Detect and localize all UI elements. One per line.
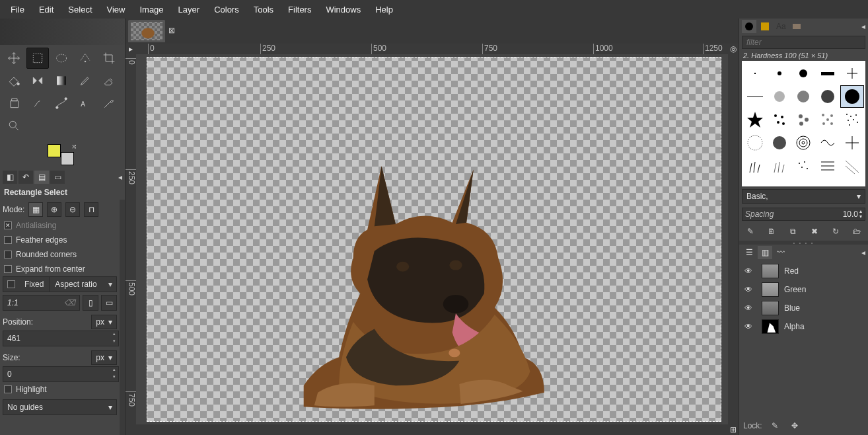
position-unit[interactable]: px▾ [91, 315, 117, 329]
brush-soft-1[interactable] [768, 85, 791, 108]
brush-soft-2[interactable] [792, 85, 816, 108]
brush-line[interactable] [743, 85, 767, 108]
tool-fuzzy-select[interactable] [74, 48, 96, 69]
tool-rect-select[interactable] [26, 48, 49, 69]
tab-images[interactable]: ▭ [50, 171, 65, 184]
menu-tools[interactable]: Tools [247, 2, 280, 17]
brush-soft-med[interactable] [792, 62, 816, 85]
eye-icon[interactable]: 👁 [744, 303, 756, 313]
brush-hatch-2[interactable] [840, 155, 864, 177]
brush-grass-1[interactable] [743, 155, 767, 177]
channel-green[interactable]: 👁 Green [742, 280, 865, 299]
size-w-input[interactable]: ▴▾ [3, 366, 119, 382]
brush-spray[interactable] [840, 108, 864, 131]
brush-cross[interactable] [840, 62, 864, 85]
channel-blue[interactable]: 👁 Blue [742, 299, 865, 317]
menu-select[interactable]: Select [61, 2, 98, 17]
brush-texture-2[interactable] [768, 132, 791, 154]
brush-del-icon[interactable]: ✖ [807, 225, 822, 238]
dock-menu-icon[interactable]: ◂ [861, 22, 865, 31]
channel-red[interactable]: 👁 Red [742, 262, 865, 280]
tool-move[interactable] [3, 48, 25, 69]
brush-scatter-1[interactable] [768, 108, 791, 131]
tool-clone[interactable] [3, 93, 25, 114]
tab-device[interactable]: ↶ [18, 171, 33, 184]
close-tab-icon[interactable]: ⊠ [166, 26, 177, 36]
brush-refresh-icon[interactable]: ↻ [828, 225, 843, 238]
brush-hatch[interactable] [816, 155, 840, 177]
tab-history[interactable] [789, 20, 804, 33]
menu-view[interactable]: View [100, 2, 132, 17]
channel-alpha[interactable]: 👁 Alpha [742, 317, 865, 336]
tool-crop[interactable] [98, 48, 120, 69]
brush-grid[interactable] [742, 61, 865, 186]
tab-channels[interactable]: ▥ [758, 246, 772, 259]
menu-colors[interactable]: Colors [207, 2, 246, 17]
brush-pixel[interactable] [743, 62, 767, 85]
brush-texture-3[interactable] [792, 132, 816, 154]
brush-soft-small[interactable] [768, 62, 791, 85]
tab-undo[interactable]: ▤ [34, 171, 49, 184]
ruler-corner-tl[interactable]: ▸ [126, 44, 136, 54]
menu-help[interactable]: Help [369, 2, 400, 17]
brush-scatter-2[interactable] [792, 108, 816, 131]
brush-edit-icon[interactable]: ✎ [743, 225, 758, 238]
mode-add[interactable]: ⊕ [47, 202, 61, 217]
mode-replace[interactable]: ▦ [28, 202, 43, 217]
brush-filter-input[interactable] [742, 36, 865, 49]
scrollbar-h[interactable] [136, 424, 728, 435]
brush-cross-2[interactable] [840, 132, 864, 154]
pos-x-input[interactable]: ▴▾ [3, 331, 119, 346]
mode-intersect[interactable]: ⊓ [84, 202, 98, 217]
tool-eraser[interactable] [98, 70, 120, 91]
tool-gradient[interactable] [50, 70, 73, 91]
nav-preview-icon[interactable]: ⊞ [728, 424, 739, 435]
fg-color[interactable] [48, 144, 61, 157]
brush-grass-2[interactable] [768, 155, 791, 177]
mode-sub[interactable]: ⊖ [65, 202, 80, 217]
menu-edit[interactable]: Edit [32, 2, 60, 17]
bg-color[interactable] [61, 152, 74, 165]
highlight-checkbox[interactable] [4, 385, 12, 393]
menu-file[interactable]: File [4, 2, 31, 17]
expand-checkbox[interactable] [4, 265, 12, 273]
tool-bucket[interactable] [3, 70, 25, 91]
brush-scatter-3[interactable] [816, 108, 840, 131]
ratio-input[interactable]: 1:1⌫ [3, 295, 80, 311]
menu-image[interactable]: Image [133, 2, 170, 17]
lock-position-icon[interactable]: ✥ [787, 419, 802, 432]
tool-color-picker[interactable] [98, 93, 120, 114]
chevron-down-icon[interactable]: ▾ [104, 280, 116, 289]
tab-layers[interactable]: ☰ [742, 246, 756, 259]
landscape-icon[interactable]: ▭ [101, 295, 117, 311]
brush-star[interactable] [743, 108, 767, 131]
size-h-input[interactable]: ▴▾ [122, 366, 125, 382]
pos-y-input[interactable]: ▴▾ [122, 331, 125, 346]
brush-new-icon[interactable]: 🗎 [764, 225, 779, 238]
eye-icon[interactable]: 👁 [744, 285, 756, 294]
tool-pencil[interactable] [74, 70, 96, 91]
guides-combo[interactable]: No guides▾ [3, 399, 117, 415]
tool-ellipse-select[interactable] [50, 48, 73, 69]
ruler-vertical[interactable]: 0 250 500 750 [126, 54, 136, 424]
brush-preset-combo[interactable]: Basic,▾ [742, 189, 865, 204]
tab-fonts[interactable]: Aa [774, 20, 788, 33]
tab-paths[interactable]: 〰 [774, 246, 788, 259]
tool-smudge[interactable] [26, 93, 49, 114]
brush-hard-100[interactable] [840, 85, 864, 108]
tab-brushes[interactable] [742, 20, 756, 33]
eye-icon[interactable]: 👁 [744, 266, 756, 276]
canvas-viewport[interactable] [136, 54, 728, 424]
color-swatch[interactable]: ⤭ [48, 144, 74, 165]
brush-dup-icon[interactable]: ⧉ [785, 225, 800, 238]
tab-tool-options[interactable]: ◧ [3, 171, 17, 184]
scrollbar-v[interactable] [728, 54, 739, 424]
dock-menu-icon[interactable]: ◂ [118, 173, 122, 182]
menu-filters[interactable]: Filters [281, 2, 318, 17]
brush-block[interactable] [816, 62, 840, 85]
size-unit[interactable]: px▾ [91, 350, 117, 365]
tool-zoom[interactable] [3, 115, 25, 136]
canvas-image[interactable] [147, 57, 721, 422]
menu-windows[interactable]: Windows [319, 2, 367, 17]
image-tab[interactable] [128, 20, 165, 42]
